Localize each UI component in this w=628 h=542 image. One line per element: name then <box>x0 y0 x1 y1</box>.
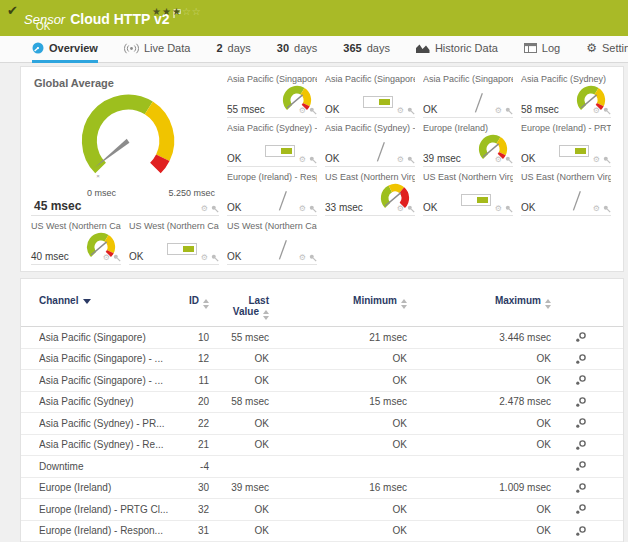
gear-icon[interactable]: ⚙ <box>397 205 404 213</box>
header-minimum[interactable]: Minimum <box>275 295 407 309</box>
gear-icon[interactable]: ⚙ <box>593 205 600 213</box>
header-maximum[interactable]: Maximum <box>407 295 551 309</box>
needle-icon <box>367 138 393 164</box>
edit-channel-icon[interactable] <box>575 460 587 472</box>
channel-tile: US East (Northern Virginia) - ... OK ⚙ <box>521 171 611 216</box>
header-last-value[interactable]: LastValue <box>209 295 275 320</box>
edit-channel-icon[interactable] <box>575 439 587 451</box>
edit-channel-icon[interactable] <box>575 417 587 429</box>
tab-365-days[interactable]: 365 days <box>343 36 390 63</box>
table-row: Europe (Ireland)3039 msec16 msec1.009 ms… <box>21 478 623 500</box>
channel-tile: US East (Northern Virginia) - ... OK ⚙ <box>423 171 513 216</box>
channel-tile: US West (Northern California) 40 msec ⚙ <box>31 220 121 265</box>
tab-label: Live Data <box>144 42 190 54</box>
channel-tile: Europe (Ireland) 39 msec ⚙ <box>423 122 513 167</box>
gear-icon[interactable]: ⚙ <box>299 205 306 213</box>
gear-icon[interactable]: ⚙ <box>299 254 306 262</box>
tab-log[interactable]: Log <box>524 36 560 63</box>
pin-icon[interactable] <box>407 107 415 115</box>
pin-icon[interactable] <box>505 156 513 164</box>
pin-icon[interactable] <box>309 205 317 213</box>
channel-tile: US West (Northern California)... OK ⚙ <box>129 220 219 265</box>
broadcast-icon <box>124 43 139 54</box>
sensor-header-bar: ✔ SensorCloud HTTP v2 ★★★☆☆ OK <box>0 0 628 36</box>
channel-tile: Asia Pacific (Sydney) - PRTG ... OK ⚙ <box>227 122 317 167</box>
edit-channel-icon[interactable] <box>575 525 587 537</box>
header-channel[interactable]: Channel <box>39 295 187 306</box>
table-header-row: Channel ID LastValue Minimum Maximum <box>21 295 623 327</box>
table-row: Asia Pacific (Singapore)1055 msec21 msec… <box>21 327 623 349</box>
tab-30-days[interactable]: 30 days <box>277 36 318 63</box>
tab-label: Settings <box>602 42 628 54</box>
table-row: Downtime-4 <box>21 456 623 478</box>
global-average-value: 45 msec <box>34 199 81 213</box>
status-bar-icon <box>167 243 197 255</box>
gear-icon[interactable]: ⚙ <box>397 107 404 115</box>
gear-icon[interactable]: ⚙ <box>397 156 404 164</box>
global-average-gauge: × <box>61 86 195 190</box>
pin-icon[interactable] <box>211 254 219 262</box>
tab-label: Overview <box>49 42 98 54</box>
channel-tile: Asia Pacific (Singapore) - PR... OK ⚙ <box>325 73 415 118</box>
table-row: Asia Pacific (Sydney) - Re...21OKOKOK <box>21 435 623 457</box>
pin-icon[interactable] <box>603 205 611 213</box>
edit-channel-icon[interactable] <box>575 374 587 386</box>
gauge-icon <box>32 42 44 54</box>
gear-icon: ⚙ <box>586 41 597 55</box>
table-row: Asia Pacific (Sydney)2058 msec15 msec2.4… <box>21 392 623 414</box>
pin-icon[interactable] <box>505 107 513 115</box>
status-bar-icon <box>265 145 295 157</box>
status-bar-icon <box>461 194 491 206</box>
pin-icon[interactable] <box>211 205 219 213</box>
gear-icon[interactable]: ⚙ <box>495 156 502 164</box>
priority-stars[interactable]: ★★★☆☆ <box>152 6 202 17</box>
table-row: Europe (Ireland) - PRTG Cl...32OKOKOK <box>21 499 623 521</box>
pin-icon[interactable] <box>407 156 415 164</box>
tab-overview[interactable]: Overview <box>32 36 98 63</box>
log-table-icon <box>524 43 537 53</box>
pin-icon[interactable] <box>113 254 121 262</box>
tab-live-data[interactable]: Live Data <box>124 36 190 63</box>
channels-table: Channel ID LastValue Minimum Maximum Asi… <box>20 278 624 542</box>
status-bar-icon <box>363 96 393 108</box>
tab-historic-data[interactable]: Historic Data <box>416 36 498 63</box>
svg-text:×: × <box>96 172 100 179</box>
gear-icon[interactable]: ⚙ <box>495 107 502 115</box>
needle-icon <box>269 236 295 262</box>
edit-channel-icon[interactable] <box>575 482 587 494</box>
channel-tile: Europe (Ireland) - PRTG Cloud... OK ⚙ <box>521 122 611 167</box>
gear-icon[interactable]: ⚙ <box>593 156 600 164</box>
edit-channel-icon[interactable] <box>575 353 587 365</box>
pin-icon[interactable] <box>603 107 611 115</box>
header-id[interactable]: ID <box>187 295 209 309</box>
channel-tile: Europe (Ireland) - Response C... OK ⚙ <box>227 171 317 216</box>
status-bar-icon <box>559 145 589 157</box>
gear-icon[interactable]: ⚙ <box>201 254 208 262</box>
gear-icon[interactable]: ⚙ <box>103 254 110 262</box>
needle-icon <box>465 89 491 115</box>
table-row: Asia Pacific (Singapore) - ...11OKOKOK <box>21 370 623 392</box>
tab-2-days[interactable]: 2 days <box>216 36 250 63</box>
pin-icon[interactable] <box>309 156 317 164</box>
gear-icon[interactable]: ⚙ <box>201 205 208 213</box>
table-row: Europe (Ireland) - Respon...31OKOKOK <box>21 521 623 542</box>
gear-icon[interactable]: ⚙ <box>299 107 306 115</box>
edit-channel-icon[interactable] <box>575 331 587 343</box>
pin-icon[interactable] <box>309 107 317 115</box>
pin-icon[interactable] <box>603 156 611 164</box>
channel-tile: Asia Pacific (Sydney) - Respo... OK ⚙ <box>325 122 415 167</box>
edit-channel-icon[interactable] <box>575 396 587 408</box>
ok-checkmark-icon: ✔ <box>7 3 18 18</box>
sort-desc-icon <box>83 299 91 304</box>
gear-icon[interactable]: ⚙ <box>299 156 306 164</box>
pin-icon[interactable] <box>309 254 317 262</box>
needle-icon <box>269 187 295 213</box>
gear-icon[interactable]: ⚙ <box>593 107 600 115</box>
edit-channel-icon[interactable] <box>575 503 587 515</box>
channel-tile: US East (Northern Virginia) 33 msec ⚙ <box>325 171 415 216</box>
pin-icon[interactable] <box>505 205 513 213</box>
table-row: Asia Pacific (Sydney) - PR...22OKOKOK <box>21 413 623 435</box>
gear-icon[interactable]: ⚙ <box>495 205 502 213</box>
tab-settings[interactable]: ⚙ Settings <box>586 36 628 63</box>
pin-icon[interactable] <box>407 205 415 213</box>
